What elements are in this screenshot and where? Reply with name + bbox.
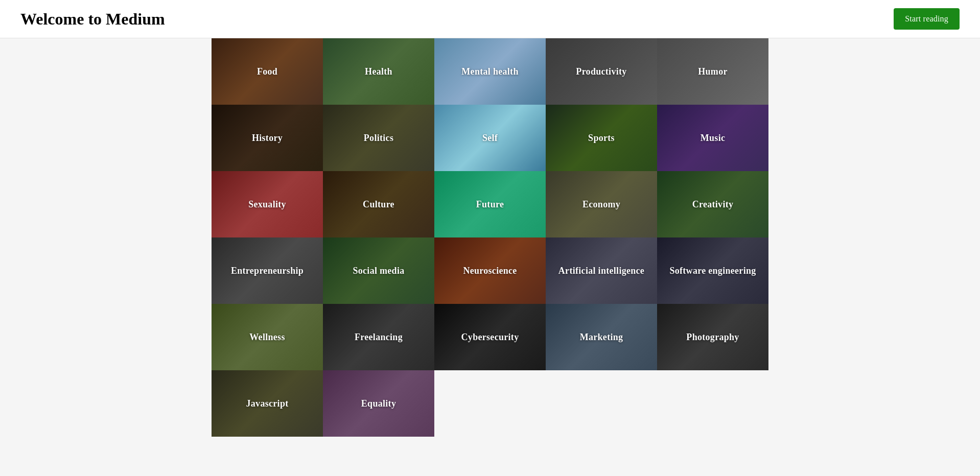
topics-grid-wrapper: FoodHealthMental healthProductivityHumor… <box>0 38 980 437</box>
topic-label-self: Self <box>482 133 498 144</box>
topic-label-sports: Sports <box>588 133 615 144</box>
topic-label-ai: Artificial intelligence <box>558 266 644 276</box>
topic-cell-wellness[interactable]: Wellness <box>212 304 323 370</box>
topic-label-music: Music <box>701 133 726 144</box>
topic-label-health: Health <box>365 66 392 77</box>
topic-cell-health[interactable]: Health <box>323 38 434 105</box>
topic-label-humor: Humor <box>698 66 728 77</box>
topic-cell-music[interactable]: Music <box>657 105 768 171</box>
topic-label-software-engineering: Software engineering <box>669 266 756 276</box>
topic-cell-sports[interactable]: Sports <box>546 105 657 171</box>
site-title: Welcome to Medium <box>20 10 165 29</box>
topics-grid: FoodHealthMental healthProductivityHumor… <box>212 38 768 437</box>
topic-label-culture: Culture <box>363 199 394 210</box>
topic-label-social-media: Social media <box>353 266 404 276</box>
topic-cell-software-engineering[interactable]: Software engineering <box>657 237 768 304</box>
topic-cell-entrepreneurship[interactable]: Entrepreneurship <box>212 237 323 304</box>
topic-label-equality: Equality <box>361 398 396 409</box>
topic-cell-cybersecurity[interactable]: Cybersecurity <box>434 304 546 370</box>
topic-cell-productivity[interactable]: Productivity <box>546 38 657 105</box>
topic-cell-creativity[interactable]: Creativity <box>657 171 768 237</box>
topic-label-economy: Economy <box>582 199 620 210</box>
topic-cell-history[interactable]: History <box>212 105 323 171</box>
topic-label-entrepreneurship: Entrepreneurship <box>231 266 304 276</box>
topic-label-photography: Photography <box>686 332 739 343</box>
topic-label-freelancing: Freelancing <box>355 332 403 343</box>
topic-label-food: Food <box>257 66 277 77</box>
topic-label-javascript: Javascript <box>246 398 289 409</box>
topic-label-history: History <box>252 133 283 144</box>
topic-label-productivity: Productivity <box>576 66 626 77</box>
topic-cell-mental-health[interactable]: Mental health <box>434 38 546 105</box>
topic-cell-ai[interactable]: Artificial intelligence <box>546 237 657 304</box>
topic-label-neuroscience: Neuroscience <box>463 266 517 276</box>
topic-cell-culture[interactable]: Culture <box>323 171 434 237</box>
topic-cell-politics[interactable]: Politics <box>323 105 434 171</box>
topic-cell-marketing[interactable]: Marketing <box>546 304 657 370</box>
topic-cell-photography[interactable]: Photography <box>657 304 768 370</box>
topic-cell-humor[interactable]: Humor <box>657 38 768 105</box>
topic-cell-freelancing[interactable]: Freelancing <box>323 304 434 370</box>
topic-cell-neuroscience[interactable]: Neuroscience <box>434 237 546 304</box>
topic-cell-food[interactable]: Food <box>212 38 323 105</box>
topic-label-politics: Politics <box>364 133 393 144</box>
topic-label-creativity: Creativity <box>692 199 734 210</box>
topic-cell-self[interactable]: Self <box>434 105 546 171</box>
topic-label-cybersecurity: Cybersecurity <box>461 332 519 343</box>
topic-cell-javascript[interactable]: Javascript <box>212 370 323 437</box>
site-header: Welcome to Medium Start reading <box>0 0 980 38</box>
topic-label-future: Future <box>476 199 504 210</box>
topic-cell-equality[interactable]: Equality <box>323 370 434 437</box>
topic-label-sexuality: Sexuality <box>248 199 286 210</box>
topic-cell-economy[interactable]: Economy <box>546 171 657 237</box>
topic-cell-future[interactable]: Future <box>434 171 546 237</box>
start-reading-button[interactable]: Start reading <box>894 8 960 30</box>
topic-label-wellness: Wellness <box>249 332 285 343</box>
topic-cell-sexuality[interactable]: Sexuality <box>212 171 323 237</box>
topic-label-marketing: Marketing <box>580 332 623 343</box>
topic-label-mental-health: Mental health <box>461 66 518 77</box>
topic-cell-social-media[interactable]: Social media <box>323 237 434 304</box>
